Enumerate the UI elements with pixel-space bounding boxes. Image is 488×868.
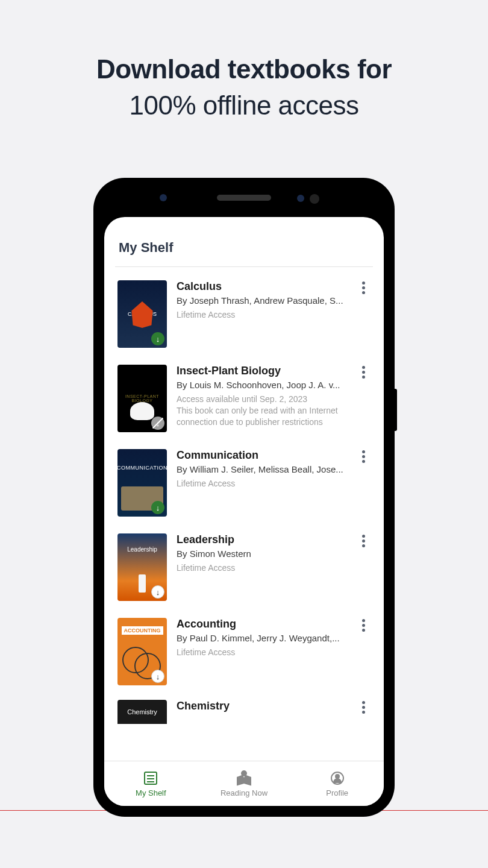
book-cover[interactable]: CALCULUS ↓: [117, 280, 167, 348]
nav-label: Profile: [326, 788, 348, 797]
book-title: Accounting: [177, 618, 346, 631]
book-author: By Louis M. Schoonhoven, Joop J. A. v...: [177, 380, 346, 390]
book-title: Insect-Plant Biology: [177, 365, 346, 377]
nav-reading-now[interactable]: Reading Now: [198, 761, 291, 806]
cover-label: COMMUNICATION: [117, 465, 167, 471]
book-access: Lifetime Access: [177, 562, 346, 574]
book-title: Chemistry: [177, 700, 346, 712]
book-author: By William J. Seiler, Melissa Beall, Jos…: [177, 464, 346, 474]
download-disabled-icon[interactable]: ↓: [151, 417, 164, 430]
cover-label: ACCOUNTING: [122, 626, 163, 635]
book-cover[interactable]: Leadership ↓: [117, 533, 167, 601]
bottom-navigation: My Shelf Reading Now Profile: [104, 761, 384, 806]
screen-header: My Shelf: [104, 217, 384, 266]
reading-icon: [236, 770, 252, 786]
more-options-button[interactable]: [356, 618, 371, 632]
more-options-button[interactable]: [356, 533, 371, 547]
more-options-button[interactable]: [356, 700, 371, 714]
book-access: Lifetime Access: [177, 478, 346, 489]
phone-side-button: [395, 389, 397, 431]
cover-label: INSECT-PLANT BIOLOGY: [120, 394, 164, 403]
book-info: Insect-Plant Biology By Louis M. Schoonh…: [177, 365, 346, 428]
book-access: Access available until Sep. 2, 2023: [177, 394, 346, 405]
book-cover[interactable]: INSECT-PLANT BIOLOGY ↓: [117, 365, 167, 432]
book-info: Leadership By Simon Western Lifetime Acc…: [177, 533, 346, 574]
download-badge-icon[interactable]: ↓: [151, 332, 164, 345]
book-info: Communication By William J. Seiler, Meli…: [177, 449, 346, 489]
phone-speaker-area: [217, 195, 271, 201]
nav-label: Reading Now: [221, 788, 267, 797]
more-options-button[interactable]: [356, 449, 371, 463]
book-item-chemistry[interactable]: Chemistry Chemistry: [115, 689, 373, 724]
profile-icon: [330, 770, 345, 786]
cover-label: CALCULUS: [128, 311, 157, 317]
hero-text: Download textbooks for 100% offline acce…: [0, 0, 488, 121]
book-author: By Paul D. Kimmel, Jerry J. Weygandt,...: [177, 633, 346, 643]
hero-line-2: 100% offline access: [0, 90, 488, 121]
book-title: Calculus: [177, 280, 346, 293]
nav-label: My Shelf: [136, 788, 166, 797]
cover-label: Leadership: [127, 546, 157, 553]
book-info: Accounting By Paul D. Kimmel, Jerry J. W…: [177, 618, 346, 658]
more-options-button[interactable]: [356, 280, 371, 294]
book-title: Leadership: [177, 533, 346, 546]
book-list[interactable]: CALCULUS ↓ Calculus By Joseph Thrash, An…: [104, 267, 384, 761]
page-title: My Shelf: [119, 240, 369, 256]
book-item-insect-plant-biology[interactable]: INSECT-PLANT BIOLOGY ↓ Insect-Plant Biol…: [115, 351, 373, 436]
phone-frame: My Shelf CALCULUS ↓ Calculus By Joseph T…: [93, 178, 395, 817]
cover-label: Chemistry: [127, 708, 157, 715]
book-title: Communication: [177, 449, 346, 462]
book-item-leadership[interactable]: Leadership ↓ Leadership By Simon Western…: [115, 520, 373, 605]
download-badge-icon[interactable]: ↓: [151, 670, 164, 683]
book-cover[interactable]: ACCOUNTING ↓: [117, 618, 167, 685]
nav-my-shelf[interactable]: My Shelf: [104, 761, 198, 806]
app-screen: My Shelf CALCULUS ↓ Calculus By Joseph T…: [104, 217, 384, 806]
book-cover[interactable]: COMMUNICATION ↓: [117, 449, 167, 517]
book-cover[interactable]: Chemistry: [117, 700, 167, 724]
hero-line-1: Download textbooks for: [0, 54, 488, 84]
nav-profile[interactable]: Profile: [290, 761, 384, 806]
shelf-icon: [143, 770, 158, 786]
book-author: By Joseph Thrash, Andrew Pasquale, S...: [177, 295, 346, 306]
book-access: Lifetime Access: [177, 647, 346, 658]
book-item-calculus[interactable]: CALCULUS ↓ Calculus By Joseph Thrash, An…: [115, 267, 373, 351]
book-author: By Simon Western: [177, 549, 346, 559]
more-options-button[interactable]: [356, 365, 371, 379]
book-info: Calculus By Joseph Thrash, Andrew Pasqua…: [177, 280, 346, 321]
book-item-communication[interactable]: COMMUNICATION ↓ Communication By William…: [115, 436, 373, 520]
book-info: Chemistry: [177, 700, 346, 715]
download-badge-icon[interactable]: ↓: [151, 585, 164, 599]
book-access: Lifetime Access: [177, 309, 346, 321]
download-badge-icon[interactable]: ↓: [151, 501, 164, 514]
book-restriction-note: This book can only be read with an Inter…: [177, 405, 346, 428]
book-item-accounting[interactable]: ACCOUNTING ↓ Accounting By Paul D. Kimme…: [115, 605, 373, 689]
